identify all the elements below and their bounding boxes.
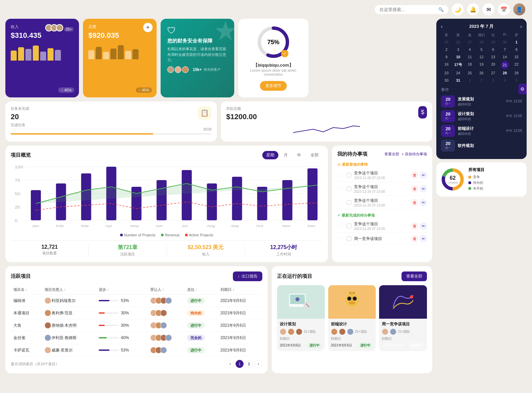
cal-day-9[interactable]: 9 xyxy=(441,54,452,60)
cal-day-28-prev[interactable]: 28 xyxy=(476,39,487,46)
cal-day-8[interactable]: 8 xyxy=(511,46,522,53)
todo-checkbox-3[interactable] xyxy=(347,200,351,205)
todo-delete-btn-4[interactable]: 🗑 xyxy=(411,222,418,230)
cal-day-2[interactable]: 2 xyxy=(441,46,452,53)
todo-checkbox-1[interactable] xyxy=(347,173,351,177)
cal-day-13[interactable]: 13 xyxy=(487,54,499,60)
moon-icon-btn[interactable]: 🌙 xyxy=(452,3,464,15)
todo-edit-btn-4[interactable]: ✏ xyxy=(420,222,427,230)
todo-item-3: ⋮⋮ 竞争这个项目 2023-12-26 07:15:00 🗑 ✏ xyxy=(337,196,427,210)
cal-day-6[interactable]: 6 xyxy=(487,46,499,53)
cal-day-28[interactable]: 28 xyxy=(499,70,510,76)
drag-handle-4[interactable]: ⋮⋮ xyxy=(337,224,344,228)
legend-color-compete xyxy=(468,176,471,178)
cal-day-11[interactable]: 11 xyxy=(464,54,475,60)
drag-handle-5[interactable]: ⋮⋮ xyxy=(337,237,344,241)
tab-yearly[interactable]: 年 xyxy=(293,151,305,159)
cal-day-31[interactable]: 31 xyxy=(453,77,464,84)
event-info-1: 发展规划 威特科技 xyxy=(458,96,503,107)
task-sub: 完成任务 xyxy=(11,123,29,128)
cal-day-23[interactable]: 23 xyxy=(441,70,452,76)
cal-prev-btn[interactable]: ‹ xyxy=(441,24,443,29)
user-avatar[interactable]: 👤 xyxy=(513,3,525,15)
cal-day-30-prev[interactable]: 30 xyxy=(499,39,510,46)
todo-edit-btn-5[interactable]: ✏ xyxy=(420,235,427,242)
drag-handle[interactable]: ⋮⋮ xyxy=(337,173,344,177)
todo-checkbox-4[interactable] xyxy=(347,224,351,228)
cal-day-3-next[interactable]: 3 xyxy=(487,77,499,84)
drag-handle-3[interactable]: ⋮⋮ xyxy=(337,201,344,205)
project-status-3: 进行中 xyxy=(409,342,424,348)
mail-icon-btn[interactable]: ✉ xyxy=(482,3,495,15)
cal-day-2-next[interactable]: 2 xyxy=(476,77,487,84)
cal-day-16[interactable]: 16 xyxy=(441,61,452,69)
drag-handle-2[interactable]: ⋮⋮ xyxy=(337,187,344,191)
cal-day-10[interactable]: 10 xyxy=(453,54,464,60)
cal-day-7[interactable]: 7 xyxy=(499,46,510,53)
tab-all[interactable]: 全部 xyxy=(306,151,323,159)
cal-day-5[interactable]: 5 xyxy=(476,46,487,53)
todo-actions: 查看全部 + 添加待办事项 xyxy=(384,152,427,157)
cal-day-15[interactable]: 15 xyxy=(511,54,522,60)
cal-day-4[interactable]: 4 xyxy=(464,46,475,53)
revenue-card: 收入 $310.435 25+ xyxy=(5,19,79,97)
more-details-btn[interactable]: 更多细节 xyxy=(260,81,287,91)
todo-edit-btn-1[interactable]: ✏ xyxy=(420,171,427,179)
cal-day-25-prev[interactable]: 25 xyxy=(441,39,452,46)
todo-delete-btn-5[interactable]: 🗑 xyxy=(411,235,418,242)
cal-day-4-next[interactable]: 4 xyxy=(499,77,510,84)
cal-day-30[interactable]: 30 xyxy=(441,77,452,84)
tab-weekly[interactable]: 星期 xyxy=(262,151,278,159)
cal-day-12[interactable]: 12 xyxy=(476,54,487,60)
prev-page-btn[interactable]: ‹ xyxy=(226,360,234,368)
project-card-3: 周一竞争该项目 21+团队 到期日 2021年9月6日 进行中 xyxy=(379,285,427,351)
page-1-btn[interactable]: 1 xyxy=(236,360,244,368)
cal-next-btn[interactable]: › xyxy=(520,24,522,29)
cal-day-21-today[interactable]: 21 xyxy=(501,61,509,69)
overview-header: 项目概览 星期 月 年 全部 xyxy=(11,151,323,159)
todo-delete-btn-2[interactable]: 🗑 xyxy=(411,185,418,192)
todo-add-btn[interactable]: + 添加待办事项 xyxy=(402,152,427,157)
cal-day-3[interactable]: 3 xyxy=(453,46,464,53)
task-progress-bar xyxy=(11,133,211,135)
tab-monthly[interactable]: 月 xyxy=(280,151,292,159)
todo-checkbox-2[interactable] xyxy=(347,186,351,191)
todo-checkbox-5[interactable] xyxy=(347,236,351,241)
cal-day-1-next[interactable]: 1 xyxy=(464,77,475,84)
owner-cell: 威廉·里查尔 xyxy=(42,344,96,357)
bell-icon-btn[interactable]: 🔔 xyxy=(467,3,479,15)
page-2-btn[interactable]: 2 xyxy=(245,360,253,368)
cal-day-26-prev[interactable]: 26 xyxy=(453,39,464,46)
cal-day-18[interactable]: 18 xyxy=(464,61,475,69)
cal-day-19[interactable]: 19 xyxy=(476,61,487,69)
cal-day-26[interactable]: 26 xyxy=(476,70,487,76)
settings-btn[interactable]: ⚙ xyxy=(518,84,527,94)
todo-delete-btn-1[interactable]: 🗑 xyxy=(411,171,418,179)
todo-edit-btn-3[interactable]: ✏ xyxy=(420,199,427,206)
calendar-icon-btn[interactable]: 📅 xyxy=(498,3,510,15)
svg-text:Feb: Feb xyxy=(56,224,64,227)
cal-day-20[interactable]: 20 xyxy=(487,61,499,69)
cal-day-29[interactable]: 29 xyxy=(511,70,522,76)
next-page-btn[interactable]: › xyxy=(254,360,262,368)
cal-day-1[interactable]: 1 xyxy=(511,39,522,46)
todo-delete-btn-3[interactable]: 🗑 xyxy=(411,199,418,206)
cal-day-5-next[interactable]: 5 xyxy=(511,77,522,84)
cal-day-27-prev[interactable]: 27 xyxy=(464,39,475,46)
svg-text:Apr: Apr xyxy=(105,224,112,227)
search-input[interactable] xyxy=(379,7,436,12)
day-label-we: 我们 xyxy=(476,32,487,38)
cal-day-14[interactable]: 14 xyxy=(499,54,510,60)
export-btn[interactable]: ↑ 出口报告 xyxy=(233,271,262,281)
cal-day-25[interactable]: 25 xyxy=(464,70,475,76)
cal-day-24[interactable]: 24 xyxy=(453,70,464,76)
view-all-btn[interactable]: 查看全部 xyxy=(402,271,427,281)
cal-day-27[interactable]: 27 xyxy=(487,70,499,76)
cal-day-17[interactable]: 17号 xyxy=(453,61,464,69)
search-box[interactable]: 🔍 xyxy=(375,5,448,14)
todo-text-2: 竞争这个项目 xyxy=(354,184,408,190)
todo-view-all-btn[interactable]: 查看全部 xyxy=(384,152,399,157)
cal-day-22[interactable]: 22 xyxy=(511,61,522,69)
todo-edit-btn-2[interactable]: ✏ xyxy=(420,185,427,192)
cal-day-29-prev[interactable]: 29 xyxy=(487,39,499,46)
